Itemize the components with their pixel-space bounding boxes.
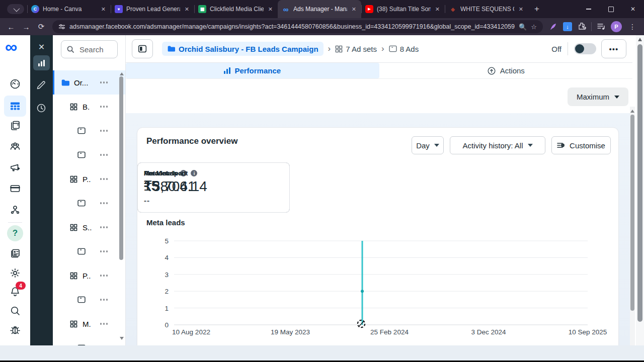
nav-tree-item[interactable]: B. — [53, 95, 126, 119]
business-user-icon[interactable] — [9, 204, 21, 216]
more-options-icon[interactable] — [100, 128, 108, 134]
maximize-button[interactable] — [600, 0, 622, 18]
ads-megaphone-icon[interactable] — [9, 161, 21, 173]
tab-close-icon[interactable]: ✕ — [351, 6, 357, 13]
activity-history-dropdown[interactable]: Activity history: All — [450, 136, 545, 154]
circle-arrow-up-icon — [487, 66, 496, 75]
info-icon[interactable]: i — [191, 170, 197, 176]
campaigns-table-icon[interactable] — [9, 100, 21, 112]
nav-tree-item[interactable]: P.. — [53, 263, 126, 288]
browser-tab[interactable]: Home - Canva ✕ — [27, 0, 111, 18]
dashboard-gauge-icon[interactable] — [9, 78, 21, 90]
nav-tree-item[interactable]: S.. — [53, 215, 126, 239]
browser-menu-icon[interactable]: ⋮ — [627, 23, 638, 31]
nav-scroll-down-icon[interactable] — [120, 337, 124, 340]
content-background: Performance overview Day Activity histor… — [126, 113, 632, 345]
tab-actions[interactable]: Actions — [379, 63, 633, 78]
nav-scroll-up-icon[interactable] — [120, 72, 124, 75]
busy-cursor-icon — [356, 318, 367, 329]
forward-button[interactable]: → — [19, 20, 33, 34]
screen: Home - Canva ✕ Proven Lead Generation St… — [0, 0, 644, 362]
breadcrumb-ads[interactable]: 8 Ads — [389, 45, 419, 53]
puzzle-extensions-icon[interactable] — [577, 22, 586, 31]
browser-tab[interactable]: Clickfield Media Clients - G ✕ — [194, 0, 278, 18]
scrollbar-thumb[interactable] — [630, 115, 634, 311]
meta-logo[interactable]: ∞ — [5, 38, 17, 55]
nav-scrollbar[interactable] — [119, 76, 123, 260]
scroll-up-icon[interactable] — [630, 110, 634, 113]
report-bug-icon[interactable] — [9, 324, 21, 336]
tab-close-icon[interactable]: ✕ — [518, 6, 524, 13]
nav-tree-item[interactable] — [53, 336, 126, 345]
address-bar[interactable]: adsmanager.facebook.com/adsmanager/manag… — [52, 20, 543, 33]
more-actions-button[interactable]: ••• — [601, 39, 626, 58]
nav-tree-item[interactable]: M. — [53, 312, 126, 336]
zoom-page-icon[interactable]: 🔍 — [519, 23, 527, 31]
nav-tree-item[interactable] — [53, 191, 126, 215]
search-input[interactable] — [61, 40, 118, 58]
tab-close-icon[interactable]: ✕ — [184, 6, 190, 13]
site-info-icon[interactable] — [58, 23, 65, 30]
browser-tab[interactable]: WHITE SEQUENS CUTDAN ✕ — [445, 0, 528, 18]
audiences-people-icon[interactable] — [9, 140, 21, 152]
edit-pencil-icon[interactable] — [36, 79, 47, 90]
close-icon[interactable]: ✕ — [30, 42, 53, 52]
more-options-icon[interactable] — [100, 104, 108, 110]
browser-tab[interactable]: (38) Sultan Title Song | Sal ✕ — [361, 0, 445, 18]
feather-extension-icon[interactable] — [549, 22, 558, 31]
date-range-dropdown[interactable]: Maximum — [568, 87, 628, 106]
browser-tab[interactable]: Proven Lead Generation St ✕ — [111, 0, 194, 18]
notifications-bell-icon[interactable]: 4 — [9, 286, 21, 298]
insights-chart-icon[interactable] — [33, 55, 50, 70]
nav-tree-item[interactable]: Or... — [53, 70, 126, 95]
close-window-button[interactable]: ✕ — [622, 0, 644, 18]
settings-gear-icon[interactable] — [9, 267, 21, 279]
more-options-icon[interactable] — [100, 248, 108, 254]
help-icon[interactable]: ? — [7, 225, 23, 241]
updates-news-icon[interactable] — [9, 247, 21, 259]
media-playlist-icon[interactable] — [597, 22, 606, 31]
nav-tree-item[interactable] — [53, 143, 126, 167]
nav-tree-item[interactable] — [53, 119, 126, 143]
minimize-button[interactable] — [578, 0, 600, 18]
tab-performance[interactable]: Performance — [126, 63, 379, 78]
tab-close-icon[interactable]: ✕ — [434, 6, 441, 13]
back-button[interactable]: ← — [4, 20, 18, 34]
nav-search-field[interactable] — [78, 45, 111, 54]
svg-text:4: 4 — [165, 254, 169, 261]
bookmark-star-icon[interactable]: ☆ — [531, 23, 537, 31]
nav-tree-item[interactable] — [53, 239, 126, 263]
content-scrollbar[interactable] — [630, 107, 635, 345]
campaign-toggle[interactable] — [574, 43, 596, 54]
new-tab-button[interactable]: + — [528, 4, 545, 14]
reload-button[interactable]: ⟳ — [34, 20, 48, 34]
more-options-icon[interactable] — [100, 273, 108, 279]
profile-avatar[interactable]: P — [611, 21, 622, 32]
browser-tab[interactable]: Ads Manager - Manage ad ✕ — [278, 0, 361, 18]
breadcrumb-adsets[interactable]: 7 Ad sets — [335, 45, 377, 53]
day-dropdown[interactable]: Day — [412, 136, 444, 154]
breadcrumb-campaign[interactable]: Orchid Salisbury - FB Leads Campaign — [162, 42, 324, 56]
nav-tree-item[interactable]: P.. — [53, 167, 126, 191]
more-options-icon[interactable] — [100, 297, 108, 303]
tab-search-button[interactable] — [7, 4, 24, 14]
more-options-icon[interactable] — [100, 200, 108, 206]
pages-icon[interactable] — [9, 120, 21, 132]
collapse-panel-button[interactable] — [132, 39, 153, 58]
scrollbar-thumb[interactable] — [637, 44, 642, 322]
more-options-icon[interactable] — [100, 224, 108, 230]
customise-button[interactable]: Customise — [551, 136, 611, 154]
nav-tree-item[interactable] — [53, 288, 126, 312]
more-options-icon[interactable] — [100, 321, 108, 327]
tab-close-icon[interactable]: ✕ — [100, 6, 107, 13]
history-clock-icon[interactable] — [36, 103, 47, 114]
more-options-icon[interactable] — [100, 176, 108, 182]
billing-card-icon[interactable] — [9, 183, 21, 195]
page-scrollbar[interactable] — [636, 35, 644, 345]
tab-close-icon[interactable]: ✕ — [267, 6, 274, 13]
search-icon[interactable] — [9, 305, 21, 317]
download-extension-icon[interactable]: ↓ — [563, 22, 572, 31]
more-options-icon[interactable] — [100, 152, 108, 158]
scroll-up-icon[interactable] — [638, 38, 642, 41]
more-options-icon[interactable] — [100, 79, 108, 85]
